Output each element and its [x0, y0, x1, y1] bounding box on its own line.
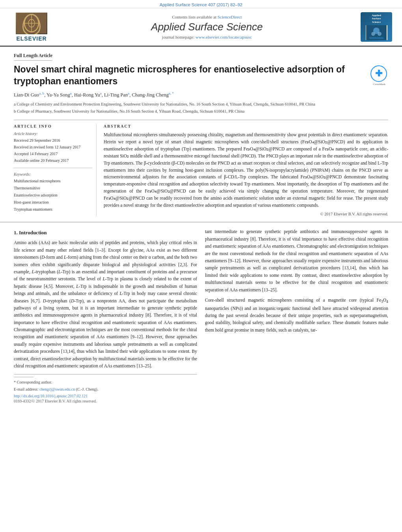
elsevier-logo-image	[16, 13, 47, 34]
article-main-title: Novel smart chiral magnetic microspheres…	[14, 64, 370, 87]
keyword-3: Enantioselective adsorption	[14, 192, 92, 199]
received-date: Received 29 September 2016	[14, 137, 92, 144]
intro-section-title: 1. Introduction	[14, 230, 197, 236]
svg-rect-0	[17, 13, 47, 33]
journal-logo-right: AppliedSurfaceScience	[359, 12, 394, 42]
svg-point-8	[378, 32, 382, 36]
svg-point-4	[28, 19, 35, 27]
body-right-column: tant intermediate to generate synthetic …	[205, 228, 388, 403]
doi-line: http://dx.doi.org/10.1016/j.apsusc.2017.…	[14, 394, 197, 398]
journal-title: Applied Surface Science	[63, 21, 351, 33]
contents-line: Contents lists available at ScienceDirec…	[63, 15, 351, 19]
email-label: E-mail address:	[14, 387, 39, 391]
article-dates: Received 29 September 2016 Received in r…	[14, 137, 92, 164]
affiliations: a College of Chemistry and Environment P…	[14, 101, 388, 115]
homepage-prefix: journal homepage:	[162, 35, 195, 39]
issn-line: 0169-4332/© 2017 Elsevier B.V. All right…	[14, 399, 197, 403]
article-history: Article history: Received 29 September 2…	[14, 132, 92, 164]
footnote-line-separator	[14, 377, 34, 377]
copyright-line: © 2017 Elsevier B.V. All rights reserved…	[104, 212, 388, 216]
keyword-5: Tryptophan enantiomers	[14, 206, 92, 213]
article-info-heading: ARTICLE INFO	[14, 124, 92, 128]
journal-badge: AppliedSurfaceScience	[361, 12, 392, 42]
corresponding-author-note: * Corresponding author.	[14, 379, 197, 385]
article-info-column: ARTICLE INFO Article history: Received 2…	[14, 124, 97, 216]
affiliation-a: a College of Chemistry and Environment P…	[14, 101, 388, 108]
svg-rect-9	[369, 37, 383, 39]
keyword-2: Thermosensitive	[14, 185, 92, 192]
keywords-section: Keywords: Multifunctional microspheres T…	[14, 172, 92, 213]
email-suffix: (C.-J. Cheng).	[75, 387, 98, 391]
journal-header: ELSEVIER Contents lists available at Sci…	[0, 8, 402, 46]
article-content: Full Length Article Novel smart chiral m…	[0, 47, 402, 222]
homepage-link[interactable]: www.elsevier.com/locate/apsusc	[195, 35, 252, 39]
available-date: Available online 20 February 2017	[14, 157, 92, 164]
abstract-text: Multifunctional microspheres simultaneou…	[104, 132, 388, 209]
svg-point-7	[371, 32, 375, 36]
intro-section-heading: Introduction	[19, 230, 47, 235]
keywords-label: Keywords:	[14, 172, 92, 176]
intro-paragraph-1: Amino acids (AAs) are basic molecular un…	[14, 239, 197, 369]
crossmark-badge: ✚ CrossMark	[370, 65, 388, 83]
badge-image	[366, 25, 387, 40]
page-wrapper: Applied Surface Science 407 (2017) 82–92…	[0, 0, 402, 411]
abstract-heading: ABSTRACT	[104, 124, 388, 128]
sciencedirect-link[interactable]: ScienceDirect	[218, 15, 242, 19]
body-columns: 1. Introduction Amino acids (AAs) are ba…	[14, 228, 388, 403]
article-type-label: Full Length Article	[14, 53, 52, 61]
footnote-area: * Corresponding author. E-mail address: …	[14, 374, 197, 403]
journal-center-info: Contents lists available at ScienceDirec…	[55, 15, 359, 39]
homepage-line: journal homepage: www.elsevier.com/locat…	[63, 35, 351, 39]
crossmark-circle: ✚	[370, 65, 387, 82]
svg-point-1	[24, 15, 39, 32]
article-title-row: Novel smart chiral magnetic microspheres…	[14, 64, 388, 87]
email-note: E-mail address: chengcj@swun.edu.cn (C.-…	[14, 386, 197, 392]
intro-paragraph-2: tant intermediate to generate synthetic …	[205, 228, 388, 293]
body-content: 1. Introduction Amino acids (AAs) are ba…	[0, 222, 402, 411]
abstract-column: ABSTRACT Multifunctional microspheres si…	[104, 124, 388, 216]
badge-title: AppliedSurfaceScience	[372, 14, 381, 24]
doi-link[interactable]: http://dx.doi.org/10.1016/j.apsusc.2017.…	[14, 394, 87, 398]
revised-date: Received in revised form 12 January 2017	[14, 144, 92, 150]
article-history-label: Article history:	[14, 132, 92, 136]
keyword-1: Multifunctional microspheres	[14, 178, 92, 185]
accepted-date: Accepted 14 February 2017	[14, 150, 92, 157]
affiliation-b: b College of Pharmacy, Southwest Univers…	[14, 108, 388, 115]
intro-paragraph-3: Core-shell structured magnetic microsphe…	[205, 297, 388, 334]
article-info-abstract-columns: ARTICLE INFO Article history: Received 2…	[14, 120, 388, 216]
email-link[interactable]: chengcj@swun.edu.cn	[39, 387, 75, 391]
corresponding-label: * Corresponding author.	[14, 380, 52, 384]
intro-section-number: 1.	[14, 230, 18, 235]
citation-text: Applied Surface Science 407 (2017) 82–92	[160, 2, 242, 7]
crossmark-icon: ✚	[375, 69, 382, 79]
keyword-4: Host-guest interaction	[14, 199, 92, 206]
crossmark-label: CrossMark	[370, 83, 388, 86]
body-left-column: 1. Introduction Amino acids (AAs) are ba…	[14, 228, 197, 403]
contents-prefix: Contents lists available at	[172, 15, 217, 19]
authors-line: Lian-Di Guoa, b, Ya-Ya Songa, Hai-Rong Y…	[14, 91, 388, 98]
elsevier-logo: ELSEVIER	[8, 13, 55, 42]
info-divider	[14, 168, 92, 168]
elsevier-text: ELSEVIER	[16, 35, 47, 42]
top-citation-bar: Applied Surface Science 407 (2017) 82–92	[0, 0, 402, 8]
